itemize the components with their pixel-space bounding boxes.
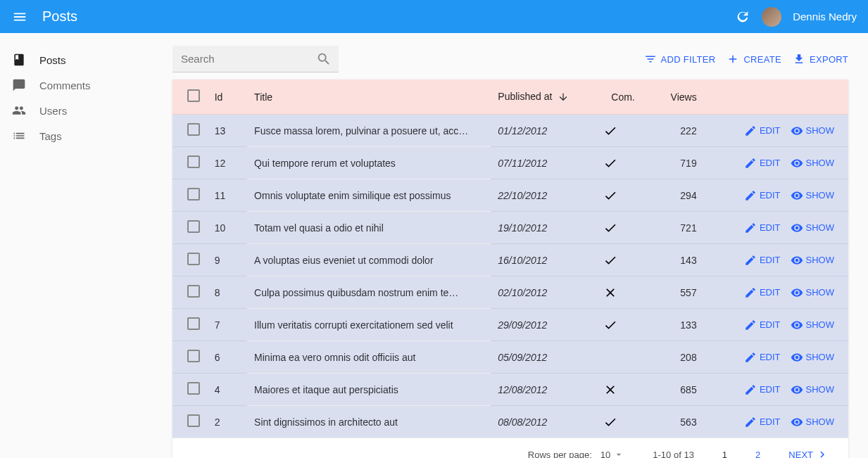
select-all-checkbox[interactable] bbox=[187, 89, 200, 102]
row-checkbox[interactable] bbox=[187, 350, 200, 362]
cell-title: Sint dignissimos in architecto aut bbox=[247, 406, 491, 438]
edit-button[interactable]: EDIT bbox=[744, 383, 781, 396]
sidebar-item-posts[interactable]: Posts bbox=[0, 47, 172, 72]
show-button[interactable]: SHOW bbox=[791, 125, 834, 137]
table-row[interactable]: 10Totam vel quasi a odio et nihil19/10/2… bbox=[172, 212, 848, 244]
row-checkbox[interactable] bbox=[187, 285, 200, 298]
column-header-id[interactable]: Id bbox=[208, 79, 247, 115]
edit-button[interactable]: EDIT bbox=[744, 319, 781, 331]
eye-icon bbox=[791, 222, 803, 234]
table-row[interactable]: 7Illum veritatis corrupti exercitationem… bbox=[172, 309, 848, 341]
sidebar-item-tags[interactable]: Tags bbox=[0, 123, 172, 148]
cell-id: 6 bbox=[208, 341, 247, 374]
rows-per-page-select[interactable]: 10 bbox=[600, 449, 624, 458]
edit-button[interactable]: EDIT bbox=[744, 189, 781, 202]
column-header-published-label: Published at bbox=[498, 91, 552, 102]
table-row[interactable]: 9A voluptas eius eveniet ut commodi dolo… bbox=[172, 244, 848, 276]
row-checkbox[interactable] bbox=[187, 220, 200, 233]
page-current: 1 bbox=[722, 450, 727, 459]
page-link-2[interactable]: 2 bbox=[755, 450, 760, 459]
cell-com bbox=[596, 276, 650, 309]
row-checkbox[interactable] bbox=[187, 414, 200, 427]
edit-label: EDIT bbox=[760, 190, 781, 201]
table-row[interactable]: 6Minima ea vero omnis odit officiis aut0… bbox=[172, 341, 848, 374]
eye-icon bbox=[791, 351, 803, 364]
cell-published: 01/12/2012 bbox=[491, 115, 596, 147]
export-button[interactable]: EXPORT bbox=[793, 53, 848, 65]
column-header-published[interactable]: Published at bbox=[491, 79, 596, 115]
book-icon bbox=[11, 52, 27, 68]
table-row[interactable]: 4Maiores et itaque aut perspiciatis12/08… bbox=[172, 374, 848, 406]
pagination: Rows per page: 10 1-10 of 13 1 2 NEXT bbox=[172, 438, 848, 458]
cell-views: 294 bbox=[650, 179, 711, 212]
create-label: CREATE bbox=[743, 54, 781, 65]
search-field-wrapper bbox=[172, 46, 339, 72]
edit-button[interactable]: EDIT bbox=[744, 125, 781, 137]
username[interactable]: Dennis Nedry bbox=[793, 11, 857, 23]
chat-icon bbox=[11, 77, 27, 93]
cell-title: Culpa possimus quibusdam nostrum enim te… bbox=[247, 276, 491, 309]
show-button[interactable]: SHOW bbox=[791, 222, 834, 234]
cell-published: 16/10/2012 bbox=[491, 244, 596, 276]
table-row[interactable]: 11Omnis voluptate enim similique est pos… bbox=[172, 179, 848, 212]
pencil-icon bbox=[744, 351, 757, 364]
pencil-icon bbox=[744, 319, 757, 331]
table-row[interactable]: 12Qui tempore rerum et voluptates07/11/2… bbox=[172, 147, 848, 179]
row-checkbox[interactable] bbox=[187, 382, 200, 395]
avatar[interactable] bbox=[762, 7, 781, 27]
edit-button[interactable]: EDIT bbox=[744, 222, 781, 234]
show-button[interactable]: SHOW bbox=[791, 351, 834, 364]
sidebar: PostsCommentsUsersTags bbox=[0, 33, 172, 458]
edit-button[interactable]: EDIT bbox=[744, 157, 781, 170]
table-header-row: Id Title Published at Com. Views bbox=[172, 79, 848, 115]
refresh-button[interactable] bbox=[735, 9, 750, 25]
edit-label: EDIT bbox=[760, 287, 781, 298]
row-checkbox[interactable] bbox=[187, 188, 200, 201]
cell-id: 7 bbox=[208, 309, 247, 341]
show-button[interactable]: SHOW bbox=[791, 189, 834, 202]
data-table: Id Title Published at Com. Views 13Fusce… bbox=[172, 79, 848, 438]
show-button[interactable]: SHOW bbox=[791, 254, 834, 267]
sidebar-item-users[interactable]: Users bbox=[0, 98, 172, 123]
show-button[interactable]: SHOW bbox=[791, 383, 834, 396]
eye-icon bbox=[791, 189, 803, 202]
show-button[interactable]: SHOW bbox=[791, 286, 834, 299]
column-header-views[interactable]: Views bbox=[650, 79, 711, 115]
column-header-com[interactable]: Com. bbox=[596, 79, 650, 115]
sidebar-item-comments[interactable]: Comments bbox=[0, 72, 172, 98]
edit-button[interactable]: EDIT bbox=[744, 351, 781, 364]
row-checkbox[interactable] bbox=[187, 123, 200, 136]
row-checkbox[interactable] bbox=[187, 317, 200, 330]
export-label: EXPORT bbox=[810, 54, 848, 65]
show-button[interactable]: SHOW bbox=[791, 157, 834, 170]
cell-com bbox=[596, 309, 650, 341]
table-row[interactable]: 13Fusce massa lorem, pulvinar a posuere … bbox=[172, 115, 848, 147]
search-input[interactable] bbox=[172, 46, 339, 72]
column-header-title[interactable]: Title bbox=[247, 79, 491, 115]
hamburger-menu-button[interactable] bbox=[11, 8, 28, 25]
edit-button[interactable]: EDIT bbox=[744, 254, 781, 267]
table-row[interactable]: 2Sint dignissimos in architecto aut08/08… bbox=[172, 406, 848, 438]
cell-views: 208 bbox=[650, 341, 711, 374]
next-page-button[interactable]: NEXT bbox=[788, 448, 829, 458]
add-filter-button[interactable]: ADD FILTER bbox=[644, 53, 716, 65]
edit-button[interactable]: EDIT bbox=[744, 416, 781, 428]
page-title: Posts bbox=[42, 8, 735, 25]
sidebar-item-label: Comments bbox=[39, 79, 91, 91]
table-row[interactable]: 8Culpa possimus quibusdam nostrum enim t… bbox=[172, 276, 848, 309]
cell-com bbox=[596, 115, 650, 147]
cell-published: 07/11/2012 bbox=[491, 147, 596, 179]
edit-button[interactable]: EDIT bbox=[744, 286, 781, 299]
show-button[interactable]: SHOW bbox=[791, 319, 834, 331]
create-button[interactable]: CREATE bbox=[727, 53, 781, 65]
menu-icon bbox=[12, 9, 27, 25]
row-checkbox[interactable] bbox=[187, 253, 200, 265]
cell-com bbox=[596, 212, 650, 244]
list-icon bbox=[11, 128, 27, 144]
add-filter-label: ADD FILTER bbox=[661, 54, 716, 65]
row-checkbox[interactable] bbox=[187, 155, 200, 168]
show-button[interactable]: SHOW bbox=[791, 416, 834, 428]
show-label: SHOW bbox=[806, 158, 834, 168]
column-header-select[interactable] bbox=[172, 79, 208, 115]
show-label: SHOW bbox=[806, 125, 834, 136]
